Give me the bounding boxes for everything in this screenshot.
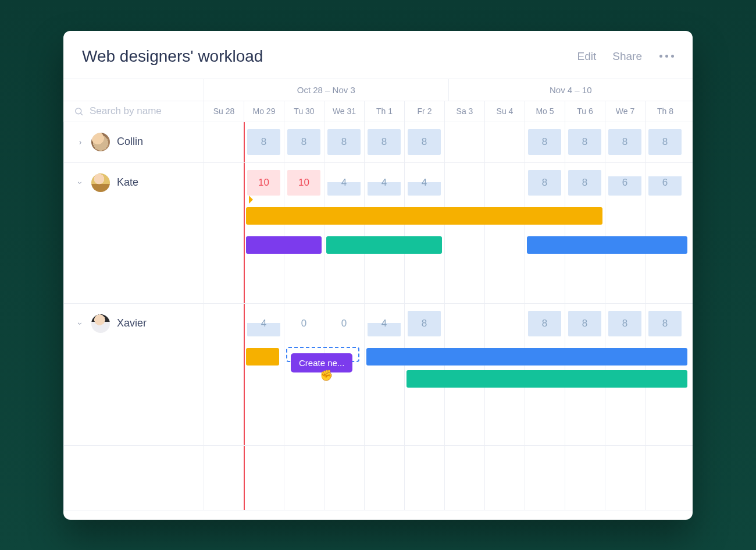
hours-cell[interactable]: 4: [327, 170, 361, 196]
more-menu-button[interactable]: [659, 55, 674, 58]
lane-collin[interactable]: 8 8 8 8 8 8 8 8 8: [204, 122, 693, 162]
hours-cell[interactable]: 6: [608, 170, 641, 196]
hours-cell[interactable]: 8: [568, 170, 601, 196]
header: Web designers' workload Edit Share: [63, 31, 693, 79]
day-col: Th 1: [364, 101, 404, 122]
svg-line-1: [81, 113, 83, 115]
day-header: Search by name Su 28 Mo 29 Tu 30 We 31 T…: [63, 101, 693, 122]
day-col: We 31: [324, 101, 364, 122]
hours-cell[interactable]: 8: [608, 129, 641, 155]
hours-cell[interactable]: 4: [408, 170, 441, 196]
hours-cell[interactable]: 8: [648, 129, 682, 155]
hours-cell-overload[interactable]: 10: [247, 170, 280, 196]
task-bar-yellow[interactable]: [246, 207, 602, 225]
week-header: Oct 28 – Nov 3 Nov 4 – 10: [63, 79, 693, 101]
hours-cell[interactable]: 8: [287, 129, 320, 155]
person-name[interactable]: Collin: [117, 136, 143, 148]
task-bar-blue[interactable]: [527, 236, 687, 254]
hours-cell[interactable]: 8: [608, 311, 641, 336]
hours-cell[interactable]: 8: [568, 129, 601, 155]
hours-cell[interactable]: 8: [528, 311, 561, 336]
day-col: Th 8: [645, 101, 685, 122]
edit-button[interactable]: Edit: [577, 50, 597, 63]
avatar: [91, 173, 110, 192]
hours-cell[interactable]: 8: [568, 311, 601, 336]
task-bar-teal[interactable]: [406, 370, 687, 388]
collapse-toggle-icon[interactable]: ›: [76, 320, 85, 328]
person-row-collin: › Collin 8 8 8 8 8 8: [63, 122, 693, 163]
hours-cell[interactable]: 0: [287, 311, 320, 336]
hours-cell-overload[interactable]: 10: [287, 170, 320, 196]
week-range-1: Oct 28 – Nov 3: [204, 79, 448, 101]
day-col: Fr 2: [404, 101, 444, 122]
task-bar-teal[interactable]: [326, 236, 442, 254]
search-placeholder: Search by name: [90, 105, 162, 117]
workload-window: Web designers' workload Edit Share Oct 2…: [63, 31, 693, 520]
day-col: Su 28: [204, 101, 244, 122]
hours-cell[interactable]: 8: [327, 129, 361, 155]
day-col: Mo 5: [525, 101, 565, 122]
person-name[interactable]: Xavier: [117, 317, 147, 329]
person-row-kate: › Kate 10 10 4 4 4 8: [63, 163, 693, 304]
expand-toggle-icon[interactable]: ›: [76, 137, 84, 147]
lane-kate[interactable]: 10 10 4 4 4 8 8 6 6: [204, 163, 693, 303]
day-col: Sa 3: [444, 101, 484, 122]
share-button[interactable]: Share: [612, 50, 642, 63]
hours-cell[interactable]: 8: [368, 129, 401, 155]
task-bar-purple[interactable]: [246, 236, 322, 254]
task-bar-blue[interactable]: [366, 348, 687, 366]
day-col: We 7: [605, 101, 645, 122]
search-input[interactable]: Search by name: [63, 101, 204, 122]
hours-cell[interactable]: 8: [648, 311, 682, 336]
flag-icon: [249, 196, 253, 204]
lane-xavier[interactable]: 4 0 0 4 8 8 8 8 8 Create ne...: [204, 304, 693, 445]
day-col: Su 4: [484, 101, 525, 122]
day-col: Mo 29: [244, 101, 284, 122]
hours-cell[interactable]: 4: [368, 170, 401, 196]
hours-cell[interactable]: 0: [327, 311, 361, 336]
hours-cell[interactable]: 8: [528, 129, 561, 155]
hours-cell[interactable]: 8: [408, 129, 441, 155]
workload-body: › Collin 8 8 8 8 8 8: [63, 122, 693, 510]
day-col: Tu 6: [565, 101, 605, 122]
svg-point-0: [76, 108, 81, 113]
collapse-toggle-icon[interactable]: ›: [76, 179, 85, 187]
empty-row: [63, 446, 693, 510]
task-bar-yellow[interactable]: [246, 348, 279, 366]
avatar: [91, 314, 110, 333]
hours-cell[interactable]: 8: [247, 129, 280, 155]
hours-cell[interactable]: 8: [528, 170, 561, 196]
person-row-xavier: › Xavier 4 0 0 4 8 8: [63, 304, 693, 446]
search-icon: [74, 107, 84, 116]
grab-cursor-icon: ✊: [320, 369, 333, 382]
hours-cell[interactable]: 4: [247, 311, 280, 336]
hours-cell[interactable]: 8: [408, 311, 441, 336]
person-name[interactable]: Kate: [117, 176, 138, 189]
today-line: [244, 446, 245, 510]
hours-cell[interactable]: 6: [648, 170, 682, 196]
avatar: [91, 133, 110, 151]
week-range-2: Nov 4 – 10: [448, 79, 693, 101]
day-col: Tu 30: [284, 101, 324, 122]
page-title: Web designers' workload: [82, 47, 561, 66]
hours-cell[interactable]: 4: [368, 311, 401, 336]
